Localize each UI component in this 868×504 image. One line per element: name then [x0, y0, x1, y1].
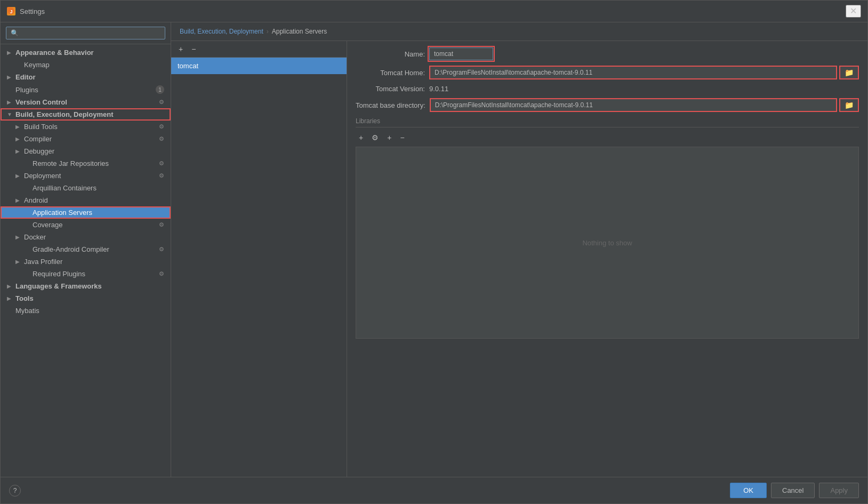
tomcat-version-row: Tomcat Version: 9.0.11: [356, 85, 859, 93]
tomcat-home-folder-button[interactable]: 📁: [839, 66, 859, 79]
breadcrumb-parent[interactable]: Build, Execution, Deployment: [180, 28, 263, 35]
sidebar-item-android[interactable]: Android: [1, 194, 171, 206]
sidebar-item-required-plugins[interactable]: Required Plugins ⚙: [1, 268, 171, 280]
sidebar-item-keymap[interactable]: Keymap: [1, 59, 171, 71]
sidebar-item-label: Arquillian Containers: [33, 184, 97, 192]
sidebar-item-label: Compiler: [24, 135, 52, 143]
name-field-wrapper: [429, 47, 493, 60]
svg-text:J: J: [10, 9, 12, 14]
sidebar-item-label: Application Servers: [33, 209, 92, 217]
libraries-empty-area: Nothing to show: [356, 147, 859, 339]
sidebar-item-arquillian[interactable]: Arquillian Containers: [1, 182, 171, 194]
sidebar-item-label: Docker: [24, 233, 46, 241]
sidebar-item-label: Coverage: [33, 221, 62, 229]
lib-copy-button[interactable]: +: [384, 133, 395, 142]
sidebar-item-languages[interactable]: Languages & Frameworks: [1, 280, 171, 292]
sidebar-item-java-profiler[interactable]: Java Profiler: [1, 255, 171, 268]
sidebar-item-tools[interactable]: Tools: [1, 292, 171, 305]
sidebar-item-label: Build Tools: [24, 123, 58, 131]
sidebar-item-application-servers[interactable]: Application Servers: [1, 206, 171, 219]
right-panel: Build, Execution, Deployment › Applicati…: [171, 22, 867, 477]
sidebar-item-editor[interactable]: Editor: [1, 71, 171, 83]
sidebar-item-mybatis[interactable]: Mybatis: [1, 305, 171, 317]
build-tools-icon: ⚙: [159, 123, 164, 130]
sidebar-item-plugins[interactable]: Plugins 1: [1, 83, 171, 96]
tomcat-base-label: Tomcat base directory:: [356, 101, 425, 109]
sidebar-item-build-execution[interactable]: Build, Execution, Deployment: [1, 108, 171, 121]
search-icon: 🔍: [11, 29, 19, 37]
help-button[interactable]: ?: [9, 485, 21, 497]
search-input[interactable]: [21, 29, 160, 37]
libraries-label: Libraries: [356, 117, 859, 127]
server-item-tomcat[interactable]: tomcat: [171, 58, 347, 74]
app-icon: J: [7, 7, 15, 15]
req-plugins-icon: ⚙: [159, 270, 164, 277]
arrow-icon: [7, 74, 13, 81]
server-detail-panel: Name: Tomcat Home: 📁: [347, 41, 867, 477]
sidebar-item-docker[interactable]: Docker: [1, 231, 171, 243]
sidebar-item-label: Appearance & Behavior: [15, 49, 94, 57]
tomcat-base-field-wrapper: 📁: [430, 98, 859, 112]
remote-jar-icon: ⚙: [159, 160, 164, 167]
libraries-section: Libraries + ⚙ + − Nothing to show: [356, 117, 859, 339]
content-area: + − tomcat Name:: [171, 41, 867, 477]
sidebar-item-build-tools[interactable]: Build Tools ⚙: [1, 121, 171, 133]
sidebar-item-label: Tools: [15, 294, 34, 302]
sidebar-item-version-control[interactable]: Version Control ⚙: [1, 96, 171, 108]
sidebar-item-coverage[interactable]: Coverage ⚙: [1, 219, 171, 231]
remove-server-button[interactable]: −: [188, 44, 199, 54]
breadcrumb-current: Application Servers: [272, 28, 327, 35]
sidebar-item-label: Deployment: [24, 172, 61, 180]
close-button[interactable]: ✕: [846, 5, 861, 18]
arrow-icon: [7, 111, 13, 118]
arrow-icon: [15, 173, 22, 179]
sidebar-item-label: Remote Jar Repositories: [33, 159, 109, 167]
tomcat-base-input[interactable]: [430, 98, 837, 112]
main-content: 🔍 Appearance & Behavior Keymap: [1, 22, 867, 477]
sidebar: 🔍 Appearance & Behavior Keymap: [1, 22, 171, 477]
arrow-icon: [15, 197, 22, 204]
name-input[interactable]: [429, 47, 493, 60]
cancel-button[interactable]: Cancel: [771, 483, 815, 498]
tomcat-base-folder-button[interactable]: 📁: [839, 98, 859, 112]
sidebar-item-gradle-android[interactable]: Gradle-Android Compiler ⚙: [1, 243, 171, 255]
ok-button[interactable]: OK: [730, 483, 767, 498]
server-list-panel: + − tomcat: [171, 41, 347, 477]
name-label: Name:: [356, 50, 425, 58]
arrow-icon: [15, 124, 22, 130]
sidebar-item-label: Mybatis: [15, 307, 39, 315]
sidebar-item-compiler[interactable]: Compiler ⚙: [1, 133, 171, 145]
arrow-icon: [15, 259, 22, 265]
compiler-icon: ⚙: [159, 135, 164, 142]
breadcrumb-separator: ›: [267, 28, 269, 35]
arrow-icon: [15, 234, 22, 241]
lib-add-config-button[interactable]: ⚙: [368, 133, 382, 142]
sidebar-item-label: Debugger: [24, 147, 54, 155]
plugins-badge: 1: [156, 85, 164, 94]
tomcat-home-input[interactable]: [429, 66, 837, 79]
add-server-button[interactable]: +: [175, 44, 186, 54]
apply-button[interactable]: Apply: [819, 483, 859, 498]
lib-add-button[interactable]: +: [356, 133, 366, 142]
dialog-title: Settings: [20, 7, 841, 15]
sidebar-item-label: Gradle-Android Compiler: [33, 245, 109, 253]
tomcat-base-row: Tomcat base directory: 📁: [356, 98, 859, 112]
server-item-label: tomcat: [178, 62, 198, 70]
sidebar-item-label: Java Profiler: [24, 258, 62, 266]
arrow-icon: [15, 136, 22, 142]
sidebar-item-appearance[interactable]: Appearance & Behavior: [1, 46, 171, 59]
tomcat-version-label: Tomcat Version:: [356, 85, 425, 93]
sidebar-item-label: Keymap: [24, 61, 50, 69]
tomcat-version-value: 9.0.11: [429, 85, 448, 93]
sidebar-item-remote-jar[interactable]: Remote Jar Repositories ⚙: [1, 157, 171, 170]
sidebar-item-debugger[interactable]: Debugger: [1, 145, 171, 157]
sidebar-item-label: Languages & Frameworks: [15, 282, 102, 290]
sidebar-item-deployment[interactable]: Deployment ⚙: [1, 170, 171, 182]
breadcrumb: Build, Execution, Deployment › Applicati…: [171, 22, 867, 41]
gradle-icon: ⚙: [159, 246, 164, 253]
sidebar-item-label: Required Plugins: [33, 270, 85, 278]
folder-icon: 📁: [845, 101, 854, 109]
tomcat-home-label: Tomcat Home:: [356, 69, 425, 77]
lib-remove-button[interactable]: −: [397, 133, 407, 142]
arrow-icon: [7, 295, 13, 302]
